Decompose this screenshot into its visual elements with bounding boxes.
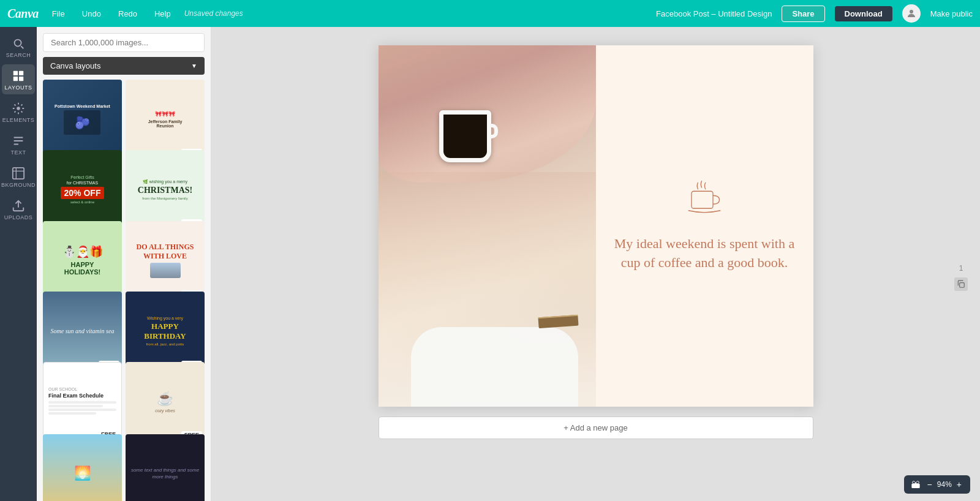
svg-rect-2 xyxy=(19,71,23,75)
present-icon[interactable] xyxy=(909,478,922,491)
sidebar-item-background[interactable]: BKGROUND xyxy=(2,162,35,192)
template-card-final[interactable]: OUR SCHOOL Final Exam Schedule FREE xyxy=(43,362,122,441)
search-box xyxy=(37,27,211,57)
help-btn[interactable]: Help xyxy=(151,7,175,21)
add-page-button[interactable]: + Add a new page xyxy=(379,416,813,439)
cup-icon xyxy=(683,179,726,222)
sidebar-text-label: TEXT xyxy=(10,149,26,156)
canva-logo[interactable]: Canva xyxy=(7,7,39,21)
undo-btn[interactable]: Undo xyxy=(78,7,105,21)
sidebar-elements-label: ELEMENTS xyxy=(2,117,35,123)
sidebar-search-label: SEARCH xyxy=(6,52,31,58)
canvas-photo-side xyxy=(379,45,596,407)
svg-rect-1 xyxy=(13,71,18,75)
svg-point-5 xyxy=(17,107,20,110)
template-card-doall[interactable]: DO ALL THINGS WITH LOVE FREE xyxy=(126,221,205,300)
sidebar-item-layouts[interactable]: LAYOUTS xyxy=(2,64,35,94)
sidebar-uploads-label: UPLOADS xyxy=(4,214,33,220)
sidebar-item-uploads[interactable]: UPLOADS xyxy=(2,194,35,224)
template-card-reunion[interactable]: 🎀🎀🎀 Jefferson Family Reunion FREE xyxy=(126,80,205,159)
layouts-dropdown-label: Canva layouts xyxy=(50,61,100,70)
bottom-bar: − 94% + xyxy=(904,475,970,494)
search-input[interactable] xyxy=(43,33,205,52)
layouts-panel: Canva layouts ▼ Pottstown Weekend Market… xyxy=(37,27,211,501)
page-number-label: 1 xyxy=(959,264,963,273)
photo-background xyxy=(379,45,596,407)
svg-rect-7 xyxy=(960,283,965,288)
template-card-holidays[interactable]: ⛄🎅🎁 HAPPY HOLIDAYS! xyxy=(43,221,122,300)
svg-rect-4 xyxy=(19,77,23,81)
topbar: Canva File Undo Redo Help Unsaved change… xyxy=(0,0,980,27)
template-card-dark[interactable]: some text and things and some more thing… xyxy=(126,434,205,501)
avatar[interactable] xyxy=(902,4,921,23)
redo-btn[interactable]: Redo xyxy=(115,7,141,21)
main-layout: SEARCH LAYOUTS ELEMENTS TEXT BKGROUND UP… xyxy=(0,27,980,501)
sidebar-item-search[interactable]: SEARCH xyxy=(2,32,35,62)
zoom-in-btn[interactable]: + xyxy=(953,478,965,491)
template-card-market[interactable]: Pottstown Weekend Market 🫐 xyxy=(43,80,122,159)
canvas-quote: My ideal weekend is spent with a cup of … xyxy=(608,235,801,273)
template-card-sunshine[interactable]: Some sun and vitamin sea FREE xyxy=(43,292,122,371)
template-card-coffee2[interactable]: ☕ cozy vibes FREE xyxy=(126,362,205,441)
copy-page-icon[interactable] xyxy=(954,277,968,291)
svg-rect-8 xyxy=(692,191,713,208)
icon-sidebar: SEARCH LAYOUTS ELEMENTS TEXT BKGROUND UP… xyxy=(0,27,37,501)
zoom-out-btn[interactable]: − xyxy=(924,478,936,491)
share-button[interactable]: Share xyxy=(782,6,824,22)
templates-grid: Pottstown Weekend Market 🫐 🎀🎀🎀 Jefferson… xyxy=(37,80,211,501)
template-card-christmas1[interactable]: Perfect Gifts for CHRISTMAS 20% OFF sele… xyxy=(43,150,122,229)
sidebar-item-elements[interactable]: ELEMENTS xyxy=(2,97,35,127)
svg-point-0 xyxy=(910,10,913,13)
page-number-sidebar: 1 xyxy=(954,264,968,291)
chevron-down-icon: ▼ xyxy=(191,62,197,69)
canvas-quote-side: My ideal weekend is spent with a cup of … xyxy=(596,45,813,407)
canvas-area: 1 xyxy=(211,27,980,501)
file-menu[interactable]: File xyxy=(48,7,69,21)
design-title: Facebook Post – Untitled Design xyxy=(656,9,772,18)
unsaved-indicator: Unsaved changes xyxy=(184,9,243,18)
template-card-beach[interactable]: 🌅 xyxy=(43,434,122,501)
zoom-level: 94% xyxy=(937,480,952,489)
svg-rect-6 xyxy=(13,168,24,179)
sidebar-layouts-label: LAYOUTS xyxy=(5,85,32,91)
design-canvas: My ideal weekend is spent with a cup of … xyxy=(379,45,813,407)
make-public-button[interactable]: Make public xyxy=(930,9,973,18)
svg-rect-3 xyxy=(13,77,18,81)
download-button[interactable]: Download xyxy=(835,6,892,21)
sidebar-background-label: BKGROUND xyxy=(1,182,36,188)
sidebar-item-text[interactable]: TEXT xyxy=(2,129,35,159)
template-card-birthday[interactable]: Wishing you a very HAPPY BIRTHDAY from a… xyxy=(126,292,205,371)
template-card-christmas2[interactable]: 🌿 wishing you a merry CHRISTMAS! from th… xyxy=(126,150,205,229)
layouts-dropdown[interactable]: Canva layouts ▼ xyxy=(43,57,205,75)
